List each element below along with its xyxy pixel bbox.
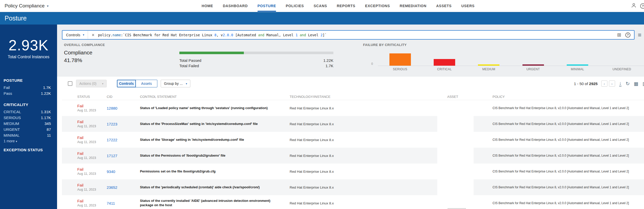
table-row[interactable]: FailAug 11, 2023 9340 Permissions set on…	[62, 164, 644, 179]
facet-label: Pass	[4, 90, 12, 96]
col-policy[interactable]: POLICY	[493, 95, 644, 99]
row-statement: Permissions set on the file /boot/grub2/…	[140, 169, 290, 174]
row-status: Fail	[77, 103, 107, 108]
col-technology-instance[interactable]: TECHNOLOGY/INSTANCE	[290, 95, 447, 99]
product-name: Policy Compliance	[5, 3, 45, 9]
prev-page-icon[interactable]: ‹	[601, 80, 607, 87]
nav-item-assets[interactable]: ASSETS	[436, 0, 452, 12]
facet-item-critical[interactable]: CRITICAL 1.31K	[4, 109, 51, 115]
chevron-down-icon: ▾	[47, 4, 49, 8]
row-cid-link[interactable]: 17223	[107, 122, 140, 126]
pagination-text: 1 - 50 of 2925	[574, 82, 598, 86]
row-cid-link[interactable]: 7411	[107, 201, 140, 205]
download-icon[interactable]: ↓	[619, 81, 622, 86]
view-toggle-assets[interactable]: Assets	[136, 80, 157, 87]
compliance-totals: Total Passed 1.22K Total Failed 1.7K	[179, 58, 333, 68]
nav-item-exceptions[interactable]: EXCEPTIONS	[365, 0, 390, 12]
facet-item-fail[interactable]: Fail 1.7K	[4, 85, 51, 90]
table-row[interactable]: FailAug 11, 2023 17223 Status of the 'Pr…	[62, 116, 644, 132]
column-settings-icon[interactable]: ▦	[634, 81, 638, 86]
row-technology: Red Hat Enterprise Linux 8.x	[290, 154, 447, 158]
facet-item-serious[interactable]: SERIOUS 1.17K	[4, 115, 51, 121]
total-passed-value: 1.22K	[323, 58, 333, 63]
policy-compliance-app: Policy Compliance ▾ HOME DASHBOARD POSTU…	[0, 0, 644, 209]
facet-item-medium[interactable]: MEDIUM 345	[4, 121, 51, 126]
facet-section-posture: POSTURE Fail 1.7K Pass 1.22K	[0, 78, 57, 96]
row-status: Fail	[77, 183, 107, 188]
nav-item-home[interactable]: HOME	[202, 0, 213, 12]
row-technology: Red Hat Enterprise Linux 8.x	[290, 185, 447, 189]
facet-label: MINIMAL	[4, 132, 20, 138]
nav-item-users[interactable]: USERS	[461, 0, 475, 12]
chevron-down-icon: ▾	[186, 82, 187, 85]
facet-heading-exception-status: EXCEPTION STATUS	[4, 148, 51, 152]
table-row[interactable]: FailAug 11, 2023 12880 Status of 'Loaded…	[62, 100, 644, 116]
view-toggle-controls[interactable]: Controls	[117, 80, 136, 87]
overall-compliance-label: OVERALL COMPLIANCE	[64, 43, 105, 47]
table-body: FailAug 11, 2023 12880 Status of 'Loaded…	[62, 100, 644, 209]
col-control-statement[interactable]: CONTROL STATEMENT	[140, 95, 290, 99]
chart-bar-critical[interactable]	[434, 59, 455, 66]
next-page-icon[interactable]: ›	[609, 80, 615, 87]
row-cid-link[interactable]: 17222	[107, 138, 140, 142]
search-scope-label: Controls	[66, 33, 80, 37]
row-date: Aug 11, 2023	[77, 124, 107, 129]
table-row[interactable]: FailAug 11, 2023 7411 Status of the curr…	[62, 195, 644, 209]
chevron-down-icon: ▾	[16, 140, 17, 143]
facet-label: SERIOUS	[4, 115, 21, 121]
facet-item-pass[interactable]: Pass 1.22K	[4, 90, 51, 96]
nav-item-reports[interactable]: REPORTS	[337, 0, 355, 12]
facet-item-minimal[interactable]: MINIMAL 11	[4, 132, 51, 138]
col-asset[interactable]: ASSET	[447, 95, 493, 99]
chart-baseline	[378, 66, 644, 66]
user-icon[interactable]	[631, 3, 637, 9]
row-cid-link[interactable]: 12880	[107, 106, 140, 110]
help-icon[interactable]: ?	[640, 3, 644, 9]
search-scope-dropdown[interactable]: Controls ▾	[62, 31, 88, 39]
table-row[interactable]: FailAug 11, 2023 17222 Status of the 'St…	[62, 132, 644, 148]
nav-item-scans[interactable]: SCANS	[314, 0, 327, 12]
col-cid[interactable]: CID	[107, 95, 140, 99]
top-nav: Policy Compliance ▾ HOME DASHBOARD POSTU…	[0, 0, 644, 12]
clear-search-icon[interactable]: ×	[92, 33, 94, 37]
facet-show-more[interactable]: 1 more ▾	[4, 139, 51, 143]
search-bar: Controls ▾ × policy.name:`CIS Benchmark …	[62, 30, 635, 40]
nav-item-posture[interactable]: POSTURE	[257, 0, 276, 12]
table-row[interactable]: FailAug 11, 2023 23652 Status of the 'pe…	[62, 179, 644, 195]
select-all-checkbox[interactable]	[68, 81, 72, 86]
total-failed-label: Total Failed	[179, 63, 199, 68]
group-by-dropdown[interactable]: Group by ... ▾	[161, 80, 190, 87]
search-help-icon[interactable]: ?	[625, 32, 630, 38]
actions-dropdown[interactable]: Actions (0) ▾	[76, 80, 107, 87]
row-cid-link[interactable]: 23652	[107, 185, 140, 190]
nav-item-remediation[interactable]: REMEDIATION	[400, 0, 427, 12]
row-date: Aug 11, 2023	[77, 108, 107, 113]
col-status[interactable]: STATUS	[77, 95, 107, 99]
facet-count: 1.31K	[41, 109, 51, 115]
menu-icon[interactable]: ≡	[638, 32, 641, 38]
table-settings-icon[interactable]: ▥	[642, 81, 644, 86]
chart-bar-minimal[interactable]	[567, 64, 588, 66]
nav-item-dashboard[interactable]: DASHBOARD	[223, 0, 248, 12]
facet-section-exception-status: EXCEPTION STATUS	[0, 148, 57, 152]
facet-item-urgent[interactable]: URGENT 87	[4, 126, 51, 132]
add-to-dashboard-icon[interactable]: ⊞	[617, 32, 621, 37]
results-toolbar: Actions (0) ▾ Controls Assets Group by .…	[62, 79, 644, 88]
product-switcher[interactable]: Policy Compliance ▾	[5, 3, 49, 9]
nav-item-policies[interactable]: POLICIES	[286, 0, 304, 12]
row-statement: Status of the 'periodically scheduled (c…	[140, 185, 290, 190]
refresh-icon[interactable]: ↻	[626, 81, 630, 86]
table-row[interactable]: FailAug 11, 2023 17127 Status of the Per…	[62, 148, 644, 164]
chart-bar-serious[interactable]	[389, 53, 411, 66]
search-query-input[interactable]: policy.name:`CIS Benchmark for Red Hat E…	[98, 33, 327, 37]
row-cid-link[interactable]: 17127	[107, 154, 140, 158]
row-date: Aug 11, 2023	[77, 188, 107, 192]
chart-bar-urgent[interactable]	[522, 64, 544, 66]
row-policy: CIS Benchmark for Red Hat Enterprise Lin…	[493, 106, 644, 110]
view-toggle-assets-label: Assets	[141, 82, 152, 86]
page-header: Posture	[0, 12, 644, 25]
row-cid-link[interactable]: 9340	[107, 169, 140, 174]
chart-bar-medium[interactable]	[478, 64, 499, 66]
row-statement: Status of 'Loaded policy name' setting t…	[140, 106, 290, 110]
facet-heading-posture: POSTURE	[4, 78, 51, 83]
